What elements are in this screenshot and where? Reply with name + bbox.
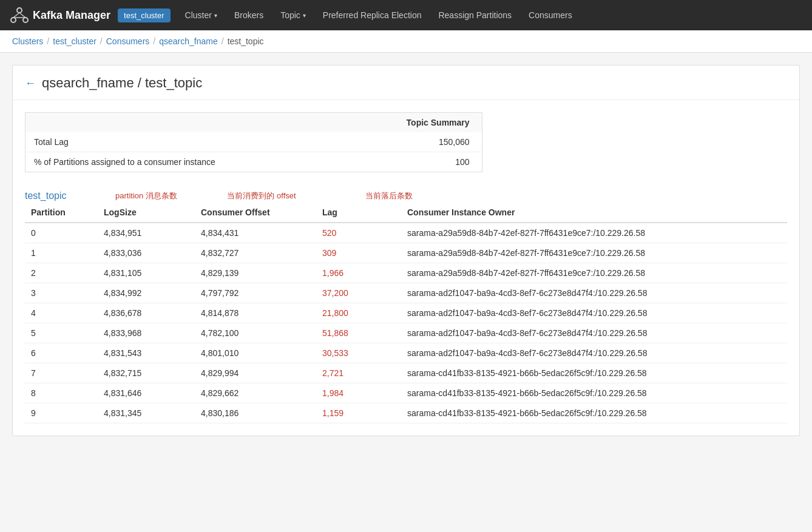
table-row: 6 4,831,543 4,801,010 30,533 sarama-ad2f…: [25, 343, 787, 363]
back-arrow-icon[interactable]: ←: [25, 77, 36, 90]
cell-owner: sarama-ad2f1047-ba9a-4cd3-8ef7-6c273e8d4…: [401, 303, 787, 323]
cell-lag: 30,533: [316, 343, 401, 363]
cell-owner: sarama-cd41fb33-8135-4921-b66b-5edac26f5…: [401, 383, 787, 403]
summary-heading: Topic Summary: [25, 113, 482, 133]
cell-owner: sarama-a29a59d8-84b7-42ef-827f-7ff6431e9…: [401, 263, 787, 283]
col-header-owner: Consumer Instance Owner: [401, 203, 787, 223]
cell-lag: 51,868: [316, 323, 401, 343]
data-section: test_topic partition 消息条数 当前消费到的 offset …: [25, 184, 787, 423]
summary-value: 150,060: [388, 132, 482, 152]
breadcrumb-sep-4: /: [222, 36, 224, 46]
page-header: ← qsearch_fname / test_topic: [13, 66, 799, 100]
cell-consumer-offset: 4,782,100: [195, 323, 316, 343]
cell-lag: 2,721: [316, 363, 401, 383]
cell-consumer-offset: 4,829,139: [195, 263, 316, 283]
breadcrumb-sep-1: /: [47, 36, 49, 46]
page-content: ← qsearch_fname / test_topic Topic Summa…: [12, 65, 800, 436]
table-row: 0 4,834,951 4,834,431 520 sarama-a29a59d…: [25, 223, 787, 243]
cell-lag: 37,200: [316, 283, 401, 303]
cell-lag: 1,159: [316, 403, 401, 423]
cell-logsize: 4,833,036: [98, 243, 195, 263]
data-table: Partition LogSize Consumer Offset Lag Co…: [25, 203, 787, 423]
cell-consumer-offset: 4,834,431: [195, 223, 316, 243]
cell-partition: 2: [25, 263, 98, 283]
cell-logsize: 4,831,543: [98, 343, 195, 363]
col-label-logsize: partition 消息条数: [115, 191, 177, 200]
cell-owner: sarama-ad2f1047-ba9a-4cd3-8ef7-6c273e8d4…: [401, 283, 787, 303]
breadcrumb-current: test_topic: [228, 36, 264, 46]
table-row: 4 4,836,678 4,814,878 21,800 sarama-ad2f…: [25, 303, 787, 323]
summary-row: % of Partitions assigned to a consumer i…: [25, 152, 482, 172]
nav-brokers[interactable]: Brokers: [227, 0, 271, 30]
summary-label: % of Partitions assigned to a consumer i…: [25, 152, 388, 172]
breadcrumb-sep-2: /: [100, 36, 103, 46]
col-header-logsize: LogSize: [98, 203, 195, 223]
cell-logsize: 4,833,968: [98, 323, 195, 343]
cell-consumer-offset: 4,829,994: [195, 363, 316, 383]
col-label-lag: 当前落后条数: [365, 191, 413, 200]
cell-partition: 5: [25, 323, 98, 343]
summary-section: Topic Summary Total Lag 150,060 % of Par…: [25, 112, 787, 172]
page-title: qsearch_fname / test_topic: [42, 75, 202, 91]
cell-consumer-offset: 4,829,662: [195, 383, 316, 403]
breadcrumb-qsearch[interactable]: qsearch_fname: [159, 36, 218, 46]
col-header-lag: Lag: [316, 203, 401, 223]
cell-owner: sarama-cd41fb33-8135-4921-b66b-5edac26f5…: [401, 363, 787, 383]
brand-logo[interactable]: Kafka Manager: [10, 5, 110, 25]
svg-point-2: [23, 18, 28, 22]
cell-logsize: 4,831,345: [98, 403, 195, 423]
table-row: 2 4,831,105 4,829,139 1,966 sarama-a29a5…: [25, 263, 787, 283]
cell-owner: sarama-ad2f1047-ba9a-4cd3-8ef7-6c273e8d4…: [401, 323, 787, 343]
svg-line-4: [19, 13, 25, 18]
cell-partition: 9: [25, 403, 98, 423]
cell-consumer-offset: 4,830,186: [195, 403, 316, 423]
table-row: 3 4,834,992 4,797,792 37,200 sarama-ad2f…: [25, 283, 787, 303]
nav-consumers[interactable]: Consumers: [521, 0, 580, 30]
cell-partition: 1: [25, 243, 98, 263]
nav-reassign-partitions[interactable]: Reassign Partitions: [431, 0, 519, 30]
cell-owner: sarama-a29a59d8-84b7-42ef-827f-7ff6431e9…: [401, 223, 787, 243]
topic-caret-icon: ▾: [303, 12, 306, 19]
breadcrumb: Clusters / test_cluster / Consumers / qs…: [0, 30, 812, 53]
table-row: 8 4,831,646 4,829,662 1,984 sarama-cd41f…: [25, 383, 787, 403]
table-row: 7 4,832,715 4,829,994 2,721 sarama-cd41f…: [25, 363, 787, 383]
cell-partition: 8: [25, 383, 98, 403]
table-row: 9 4,831,345 4,830,186 1,159 sarama-cd41f…: [25, 403, 787, 423]
topic-label: test_topic: [25, 190, 66, 201]
cell-logsize: 4,834,951: [98, 223, 195, 243]
cell-lag: 309: [316, 243, 401, 263]
brand-text: Kafka Manager: [33, 9, 110, 22]
cluster-badge[interactable]: test_cluster: [118, 8, 170, 22]
col-label-offset: 当前消费到的 offset: [227, 191, 296, 200]
nav-cluster[interactable]: Cluster ▾: [178, 0, 225, 30]
cell-logsize: 4,831,105: [98, 263, 195, 283]
summary-label: Total Lag: [25, 132, 388, 152]
breadcrumb-consumers[interactable]: Consumers: [106, 36, 150, 46]
nav-topic[interactable]: Topic ▾: [273, 0, 313, 30]
cell-logsize: 4,836,678: [98, 303, 195, 323]
breadcrumb-clusters[interactable]: Clusters: [12, 36, 43, 46]
cell-consumer-offset: 4,801,010: [195, 343, 316, 363]
summary-table: Topic Summary Total Lag 150,060 % of Par…: [25, 112, 482, 172]
cell-lag: 520: [316, 223, 401, 243]
cell-consumer-offset: 4,814,878: [195, 303, 316, 323]
cell-partition: 0: [25, 223, 98, 243]
cell-lag: 1,984: [316, 383, 401, 403]
kafka-logo-icon: [10, 5, 29, 25]
svg-point-0: [17, 8, 22, 13]
cell-partition: 4: [25, 303, 98, 323]
nav-preferred-replica-election[interactable]: Preferred Replica Election: [316, 0, 429, 30]
summary-row: Total Lag 150,060: [25, 132, 482, 152]
svg-line-3: [13, 13, 19, 18]
cell-lag: 1,966: [316, 263, 401, 283]
cell-consumer-offset: 4,832,727: [195, 243, 316, 263]
breadcrumb-cluster[interactable]: test_cluster: [53, 36, 96, 46]
summary-value: 100: [388, 152, 482, 172]
cell-owner: sarama-ad2f1047-ba9a-4cd3-8ef7-6c273e8d4…: [401, 343, 787, 363]
cluster-caret-icon: ▾: [214, 12, 217, 19]
cell-owner: sarama-cd41fb33-8135-4921-b66b-5edac26f5…: [401, 403, 787, 423]
col-header-partition: Partition: [25, 203, 98, 223]
cell-lag: 21,800: [316, 303, 401, 323]
col-header-consumer-offset: Consumer Offset: [195, 203, 316, 223]
table-row: 1 4,833,036 4,832,727 309 sarama-a29a59d…: [25, 243, 787, 263]
